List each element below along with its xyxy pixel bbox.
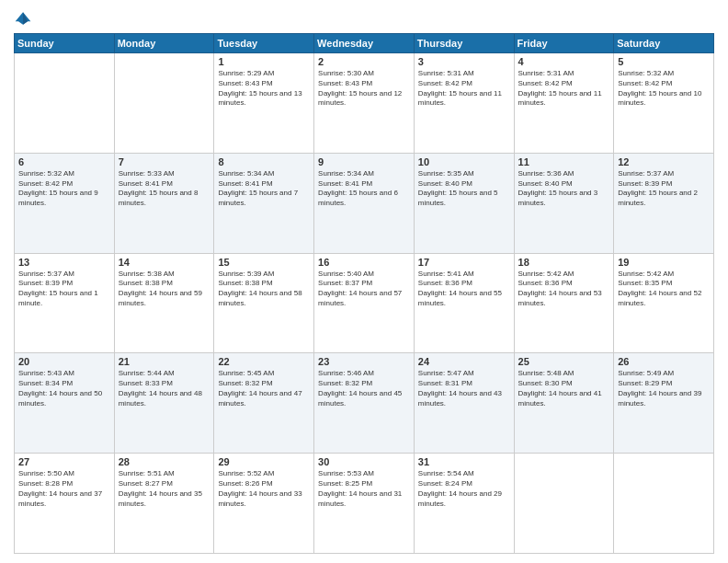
day-info: Sunrise: 5:53 AMSunset: 8:25 PMDaylight:…	[318, 469, 410, 509]
calendar-cell: 16Sunrise: 5:40 AMSunset: 8:37 PMDayligh…	[314, 253, 415, 353]
day-number: 9	[318, 156, 410, 167]
day-info: Sunrise: 5:49 AMSunset: 8:29 PMDaylight:…	[618, 369, 710, 408]
calendar-cell: 24Sunrise: 5:47 AMSunset: 8:31 PMDayligh…	[414, 353, 514, 454]
day-number: 19	[618, 257, 710, 268]
calendar-cell: 1Sunrise: 5:29 AMSunset: 8:43 PMDaylight…	[214, 53, 314, 154]
calendar-cell: 23Sunrise: 5:46 AMSunset: 8:32 PMDayligh…	[314, 353, 415, 454]
day-number: 28	[119, 456, 210, 467]
day-info: Sunrise: 5:32 AMSunset: 8:42 PMDaylight:…	[618, 69, 710, 109]
weekday-header: Friday	[514, 34, 614, 53]
day-number: 11	[518, 156, 610, 167]
calendar-cell	[514, 454, 614, 554]
day-info: Sunrise: 5:42 AMSunset: 8:35 PMDaylight:…	[618, 270, 710, 309]
day-number: 22	[218, 356, 310, 367]
calendar-table: SundayMondayTuesdayWednesdayThursdayFrid…	[14, 33, 714, 554]
day-number: 2	[318, 56, 410, 67]
day-info: Sunrise: 5:30 AMSunset: 8:43 PMDaylight:…	[318, 69, 410, 109]
page: SundayMondayTuesdayWednesdayThursdayFrid…	[0, 0, 728, 563]
header	[14, 9, 714, 28]
calendar-cell: 4Sunrise: 5:31 AMSunset: 8:42 PMDaylight…	[514, 53, 614, 154]
calendar-cell	[15, 53, 115, 154]
calendar-cell: 22Sunrise: 5:45 AMSunset: 8:32 PMDayligh…	[214, 353, 314, 454]
weekday-header: Tuesday	[214, 34, 314, 53]
day-number: 5	[618, 56, 710, 67]
day-number: 26	[618, 356, 710, 367]
calendar-cell: 14Sunrise: 5:38 AMSunset: 8:38 PMDayligh…	[114, 253, 214, 353]
day-number: 18	[518, 257, 610, 268]
day-number: 3	[418, 56, 510, 67]
logo	[14, 9, 32, 28]
day-number: 25	[518, 356, 610, 367]
day-info: Sunrise: 5:41 AMSunset: 8:36 PMDaylight:…	[418, 270, 510, 309]
day-number: 29	[218, 456, 310, 467]
calendar-cell: 8Sunrise: 5:34 AMSunset: 8:41 PMDaylight…	[214, 153, 314, 253]
day-number: 13	[18, 257, 110, 268]
day-info: Sunrise: 5:33 AMSunset: 8:41 PMDaylight:…	[119, 169, 210, 209]
day-info: Sunrise: 5:54 AMSunset: 8:24 PMDaylight:…	[418, 469, 510, 509]
day-number: 24	[418, 356, 510, 367]
calendar-cell	[114, 53, 214, 154]
weekday-header: Thursday	[414, 34, 514, 53]
day-info: Sunrise: 5:34 AMSunset: 8:41 PMDaylight:…	[318, 169, 410, 209]
day-info: Sunrise: 5:48 AMSunset: 8:30 PMDaylight:…	[518, 369, 610, 408]
day-info: Sunrise: 5:43 AMSunset: 8:34 PMDaylight:…	[18, 369, 110, 408]
day-info: Sunrise: 5:37 AMSunset: 8:39 PMDaylight:…	[618, 169, 710, 209]
day-number: 12	[618, 156, 710, 167]
calendar-cell: 2Sunrise: 5:30 AMSunset: 8:43 PMDaylight…	[314, 53, 415, 154]
weekday-header: Wednesday	[314, 34, 415, 53]
calendar-cell: 11Sunrise: 5:36 AMSunset: 8:40 PMDayligh…	[514, 153, 614, 253]
weekday-header: Monday	[114, 34, 214, 53]
calendar-cell	[614, 454, 714, 554]
day-number: 14	[119, 257, 210, 268]
day-info: Sunrise: 5:47 AMSunset: 8:31 PMDaylight:…	[418, 369, 510, 408]
day-info: Sunrise: 5:42 AMSunset: 8:36 PMDaylight:…	[518, 270, 610, 309]
calendar-cell: 28Sunrise: 5:51 AMSunset: 8:27 PMDayligh…	[114, 454, 214, 554]
calendar-cell: 7Sunrise: 5:33 AMSunset: 8:41 PMDaylight…	[114, 153, 214, 253]
day-info: Sunrise: 5:52 AMSunset: 8:26 PMDaylight:…	[218, 469, 310, 509]
day-info: Sunrise: 5:31 AMSunset: 8:42 PMDaylight:…	[418, 69, 510, 109]
day-number: 31	[418, 456, 510, 467]
day-number: 16	[318, 257, 410, 268]
calendar-cell: 25Sunrise: 5:48 AMSunset: 8:30 PMDayligh…	[514, 353, 614, 454]
calendar-cell: 21Sunrise: 5:44 AMSunset: 8:33 PMDayligh…	[114, 353, 214, 454]
day-number: 20	[18, 356, 110, 367]
day-number: 7	[119, 156, 210, 167]
calendar-cell: 3Sunrise: 5:31 AMSunset: 8:42 PMDaylight…	[414, 53, 514, 154]
calendar-cell: 10Sunrise: 5:35 AMSunset: 8:40 PMDayligh…	[414, 153, 514, 253]
day-info: Sunrise: 5:29 AMSunset: 8:43 PMDaylight:…	[218, 69, 310, 109]
calendar-cell: 18Sunrise: 5:42 AMSunset: 8:36 PMDayligh…	[514, 253, 614, 353]
calendar-cell: 19Sunrise: 5:42 AMSunset: 8:35 PMDayligh…	[614, 253, 714, 353]
day-info: Sunrise: 5:32 AMSunset: 8:42 PMDaylight:…	[18, 169, 110, 209]
calendar-cell: 29Sunrise: 5:52 AMSunset: 8:26 PMDayligh…	[214, 454, 314, 554]
day-number: 15	[218, 257, 310, 268]
calendar-cell: 13Sunrise: 5:37 AMSunset: 8:39 PMDayligh…	[15, 253, 115, 353]
day-info: Sunrise: 5:36 AMSunset: 8:40 PMDaylight:…	[518, 169, 610, 209]
day-info: Sunrise: 5:40 AMSunset: 8:37 PMDaylight:…	[318, 270, 410, 309]
calendar-cell: 31Sunrise: 5:54 AMSunset: 8:24 PMDayligh…	[414, 454, 514, 554]
calendar-cell: 17Sunrise: 5:41 AMSunset: 8:36 PMDayligh…	[414, 253, 514, 353]
day-info: Sunrise: 5:39 AMSunset: 8:38 PMDaylight:…	[218, 270, 310, 309]
calendar-cell: 26Sunrise: 5:49 AMSunset: 8:29 PMDayligh…	[614, 353, 714, 454]
calendar-cell: 30Sunrise: 5:53 AMSunset: 8:25 PMDayligh…	[314, 454, 415, 554]
day-number: 27	[18, 456, 110, 467]
day-info: Sunrise: 5:37 AMSunset: 8:39 PMDaylight:…	[18, 270, 110, 309]
calendar-cell: 6Sunrise: 5:32 AMSunset: 8:42 PMDaylight…	[15, 153, 115, 253]
day-info: Sunrise: 5:50 AMSunset: 8:28 PMDaylight:…	[18, 469, 110, 509]
day-number: 10	[418, 156, 510, 167]
day-info: Sunrise: 5:38 AMSunset: 8:38 PMDaylight:…	[119, 270, 210, 309]
day-info: Sunrise: 5:35 AMSunset: 8:40 PMDaylight:…	[418, 169, 510, 209]
day-info: Sunrise: 5:31 AMSunset: 8:42 PMDaylight:…	[518, 69, 610, 109]
calendar-cell: 15Sunrise: 5:39 AMSunset: 8:38 PMDayligh…	[214, 253, 314, 353]
weekday-header: Saturday	[614, 34, 714, 53]
calendar-cell: 5Sunrise: 5:32 AMSunset: 8:42 PMDaylight…	[614, 53, 714, 154]
day-info: Sunrise: 5:51 AMSunset: 8:27 PMDaylight:…	[119, 469, 210, 509]
day-number: 6	[18, 156, 110, 167]
day-info: Sunrise: 5:45 AMSunset: 8:32 PMDaylight:…	[218, 369, 310, 408]
day-info: Sunrise: 5:44 AMSunset: 8:33 PMDaylight:…	[119, 369, 210, 408]
day-number: 23	[318, 356, 410, 367]
weekday-header: Sunday	[15, 34, 115, 53]
day-number: 8	[218, 156, 310, 167]
calendar-cell: 27Sunrise: 5:50 AMSunset: 8:28 PMDayligh…	[15, 454, 115, 554]
logo-icon	[14, 9, 32, 28]
day-info: Sunrise: 5:34 AMSunset: 8:41 PMDaylight:…	[218, 169, 310, 209]
